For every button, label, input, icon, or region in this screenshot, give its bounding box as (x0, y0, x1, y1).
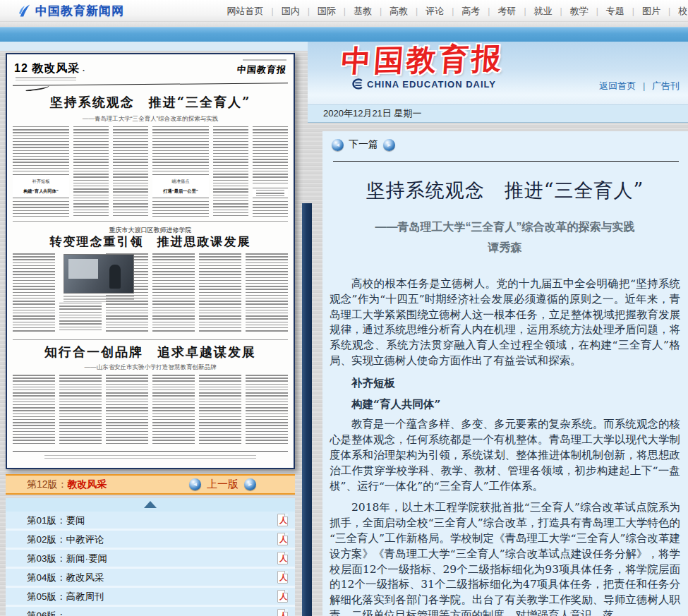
nav-item-special[interactable]: 专题 (598, 5, 632, 18)
page-list-label: 第03版：新闻·要闻 (27, 553, 107, 564)
thumb-photo-caption (64, 296, 134, 302)
nav-item-home[interactable]: 网站首页 (219, 5, 272, 18)
thumb-text-column (73, 126, 109, 217)
thumb-section-box-3 (253, 188, 288, 198)
masthead-area: 中国教育报 CHINA EDUCATION DAILY 返回首页 | 广告刊 (308, 42, 688, 104)
pdf-icon-glyph: 人 (279, 573, 287, 582)
date-bar: 2020年12月21日 星期一 (308, 104, 688, 123)
nav-item-comment[interactable]: 评论 (418, 5, 452, 18)
prev-page-globe-icon[interactable] (189, 478, 201, 490)
page-list-label: 第02版：中教评论 (27, 534, 104, 545)
nav-item-higher-edu[interactable]: 高教 (382, 5, 416, 18)
brand-logo-en-row: CHINA EDUCATION DAILY (351, 78, 496, 90)
page-list-item-02[interactable]: 第02版：中教评论 人 (6, 531, 295, 548)
thumb-text-column (13, 375, 55, 445)
thumb-text-block (13, 253, 55, 332)
pdf-icon[interactable]: 人 (277, 514, 288, 526)
newspaper-page-image[interactable]: 12 教改风采 ▪ 中国教育报 坚持系统观念 推进“三全育人” ——青岛理工大学… (6, 53, 295, 469)
pdf-icon-glyph: 人 (279, 516, 287, 525)
current-page-bar: 第12版：教改风采 上一版 (6, 474, 295, 495)
page-list-item-01[interactable]: 第01版：要闻 人 (6, 512, 295, 529)
nav-item-pictures[interactable]: 图片 (634, 5, 668, 18)
thumb-box1-line2: 构建“育人共同体” (23, 188, 59, 195)
thumb-header-mark: ▪ (83, 68, 84, 73)
photo-projection-screen (68, 259, 98, 279)
article-body: 高校的根本任务是立德树人。党的十九届五中全会明确把“坚持系统观念”作为“十四五”… (330, 277, 680, 616)
top-navigation: 网站首页| 国内| 国际| 基教| 高教| 评论| 高考| 考研| 就业| 教学… (219, 0, 688, 22)
article-author: 谭秀森 (330, 241, 680, 255)
site-name: 中国教育新闻网 (35, 3, 124, 19)
pdf-icon[interactable]: 人 (277, 571, 288, 584)
masthead-links: 返回首页 | 广告刊 (599, 80, 680, 92)
prev-page-globe-icon-right[interactable] (244, 478, 256, 490)
thumb-text-column (59, 375, 102, 445)
nav-item-kaoyan[interactable]: 考研 (490, 5, 524, 18)
thumb-text-column (199, 375, 241, 445)
blue-divider-bar (0, 27, 688, 42)
next-article-link[interactable]: 下一篇 (349, 138, 378, 151)
thumb-article1-columns: 补齐短板 构建“育人共同体” 瞄准痛点 打通“最后一公里” (13, 126, 288, 217)
thumb-text-block (73, 126, 109, 217)
next-article-globe-icon[interactable] (383, 139, 395, 151)
page-list-label: 第06版： (27, 610, 66, 616)
pdf-icon[interactable]: 人 (277, 552, 288, 564)
nav-item-teaching[interactable]: 教学 (562, 5, 596, 18)
pdf-icon-glyph: 人 (279, 535, 287, 544)
thumb-text-block (106, 375, 148, 445)
prev-page-control: 上一版 (189, 478, 256, 491)
article-paragraph-2: 教育是一个蕴含多样、多变、多元要素的复杂系统。而系统观念的核心是整体观念，任何系… (330, 417, 680, 494)
nav-item-clipped[interactable]: 校 (670, 5, 688, 18)
brand-globe-icon (351, 78, 363, 90)
thumb-text-column (152, 375, 195, 445)
thumb-text-block (152, 126, 209, 171)
nav-item-international[interactable]: 国际 (310, 5, 344, 18)
edition-page-list: 第01版：要闻 人 第02版：中教评论 人 第03版：新闻·要闻 人 第04版：… (6, 512, 295, 616)
thumb-article2-photo (64, 254, 134, 294)
thumb-text-block (213, 126, 248, 217)
thumb-text-block (13, 201, 69, 217)
ad-link[interactable]: 广告刊 (652, 80, 680, 91)
thumb-text-block (152, 375, 195, 445)
prev-page-link[interactable]: 上一版 (207, 478, 239, 491)
nav-item-gaokao[interactable]: 高考 (454, 5, 488, 18)
nav-item-basic-edu[interactable]: 基教 (346, 5, 380, 18)
page-list-label: 第01版：要闻 (27, 515, 85, 526)
thumb-text-block (246, 375, 288, 445)
thumb-text-block (199, 375, 241, 445)
header-shade-band (0, 22, 688, 27)
article-section-heading-2: 构建“育人共同体” (330, 397, 680, 412)
pdf-icon[interactable]: 人 (277, 533, 288, 545)
thumb-text-column (113, 126, 148, 217)
site-logo[interactable]: 中国教育新闻网 (18, 3, 124, 19)
nav-item-employment[interactable]: 就业 (526, 5, 560, 18)
back-home-link[interactable]: 返回首页 (599, 80, 636, 91)
thumb-footer-text (44, 455, 256, 459)
page-list-item-04[interactable]: 第04版：教改风采 人 (6, 569, 295, 586)
top-site-bar: 中国教育新闻网 网站首页| 国内| 国际| 基教| 高教| 评论| 高考| 考研… (0, 0, 688, 22)
current-page-name: 教改风采 (68, 478, 107, 490)
thumb-article3-title: 知行合一创品牌 追求卓越谋发展 (13, 344, 288, 361)
pdf-icon[interactable]: 人 (277, 590, 288, 603)
thumb-header-date-line (243, 59, 286, 62)
thumb-header-rule (13, 83, 288, 85)
page-list-item-03[interactable]: 第03版：新闻·要闻 人 (6, 550, 295, 567)
thumb-text-block (59, 375, 102, 445)
pdf-icon-glyph: 人 (279, 554, 287, 563)
page-list-item-06[interactable]: 第06版： 人 (6, 607, 295, 616)
thumb-text-column (246, 375, 288, 445)
prev-article-globe-icon[interactable] (332, 139, 344, 151)
page-list-item-05[interactable]: 第05版：高教周刊 人 (6, 588, 295, 605)
article-title: 坚持系统观念 推进“三全育人” (330, 178, 680, 203)
collapse-triangle-icon[interactable] (144, 501, 157, 508)
nav-item-domestic[interactable]: 国内 (274, 5, 308, 18)
newspaper-page-inner: 12 教改风采 ▪ 中国教育报 坚持系统观念 推进“三全育人” ——青岛理工大学… (13, 59, 288, 464)
article-pager: 下一篇 (332, 138, 395, 151)
thumb-text-column (199, 253, 241, 332)
article-subtitle: ——青岛理工大学“三全育人”综合改革的探索与实践 (330, 220, 680, 235)
thumb-box1-line1: 补齐短板 (23, 179, 59, 185)
thumb-text-block (199, 253, 241, 332)
thumb-article-divider (13, 339, 288, 340)
thumb-footer-rule (13, 451, 288, 452)
pdf-icon[interactable]: 人 (277, 609, 288, 616)
current-page-prefix: 第12版： (27, 478, 68, 490)
